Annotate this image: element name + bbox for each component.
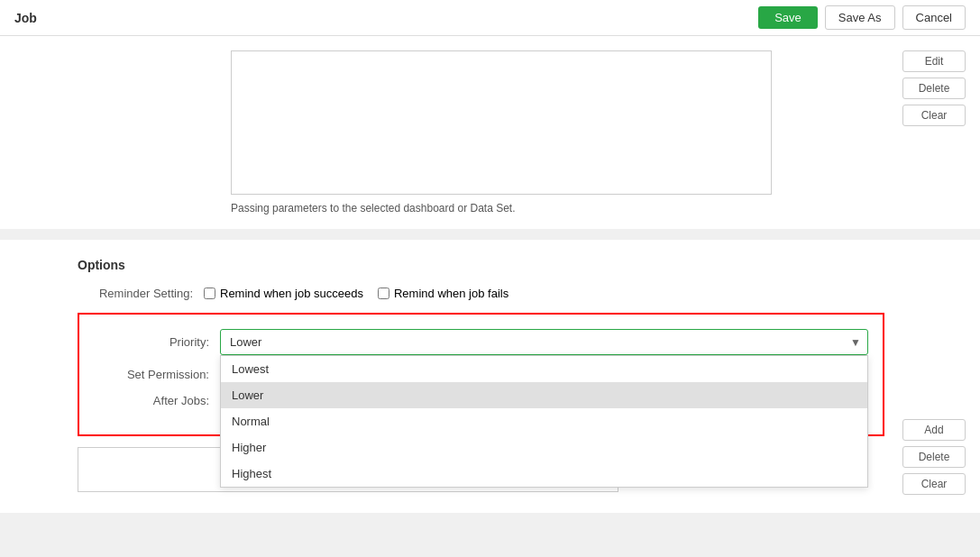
save-as-button[interactable]: Save As bbox=[825, 5, 895, 30]
top-right-buttons: Edit Delete Clear bbox=[884, 50, 966, 215]
text-editor-box[interactable] bbox=[231, 50, 772, 195]
helper-text: Passing parameters to the selected dashb… bbox=[231, 202, 884, 215]
remind-fails-checkbox[interactable] bbox=[378, 288, 389, 299]
after-jobs-label: After Jobs: bbox=[94, 394, 220, 407]
dropdown-list: Lowest Lower Normal Higher Highest bbox=[220, 355, 868, 488]
remind-fails-item: Remind when job fails bbox=[378, 287, 508, 300]
dropdown-item-lowest[interactable]: Lowest bbox=[221, 356, 867, 382]
content-area: Passing parameters to the selected dashb… bbox=[14, 50, 884, 215]
edit-button[interactable]: Edit bbox=[902, 50, 966, 72]
remind-succeeds-item: Remind when job succeeds bbox=[204, 287, 363, 300]
options-section: Options Reminder Setting: Remind when jo… bbox=[0, 240, 980, 513]
reminder-row: Reminder Setting: Remind when job succee… bbox=[14, 287, 966, 300]
dropdown-item-normal[interactable]: Normal bbox=[221, 408, 867, 434]
top-section: Passing parameters to the selected dashb… bbox=[0, 36, 980, 229]
clear-button-bottom[interactable]: Clear bbox=[902, 473, 966, 495]
clear-button-top[interactable]: Clear bbox=[902, 105, 966, 126]
divider bbox=[0, 229, 980, 240]
options-title: Options bbox=[14, 258, 966, 272]
remind-succeeds-label: Remind when job succeeds bbox=[220, 287, 363, 300]
set-permission-label: Set Permission: bbox=[94, 368, 220, 381]
reminder-label: Reminder Setting: bbox=[78, 287, 204, 300]
priority-select-wrapper: Lowest Lower Normal Higher Highest ▼ Low… bbox=[220, 329, 868, 355]
options-right-buttons: Add Delete Clear bbox=[902, 419, 966, 495]
priority-dropdown-container: Priority: Lowest Lower Normal Higher Hig… bbox=[78, 313, 884, 436]
delete-button[interactable]: Delete bbox=[902, 78, 966, 99]
dropdown-item-lower[interactable]: Lower bbox=[221, 382, 867, 408]
priority-select[interactable]: Lowest Lower Normal Higher Highest bbox=[220, 329, 868, 355]
save-button[interactable]: Save bbox=[758, 6, 818, 29]
main-content: Passing parameters to the selected dashb… bbox=[0, 36, 980, 557]
cancel-button[interactable]: Cancel bbox=[902, 5, 966, 30]
header-actions: Save Save As Cancel bbox=[758, 5, 966, 30]
add-button[interactable]: Add bbox=[902, 419, 966, 441]
priority-row: Priority: Lowest Lower Normal Higher Hig… bbox=[94, 329, 868, 355]
priority-label: Priority: bbox=[94, 335, 220, 349]
dropdown-item-highest[interactable]: Highest bbox=[221, 461, 867, 487]
header: Job Save Save As Cancel bbox=[0, 0, 980, 36]
options-delete-button[interactable]: Delete bbox=[902, 446, 966, 468]
reminder-group: Remind when job succeeds Remind when job… bbox=[204, 287, 508, 300]
dropdown-item-higher[interactable]: Higher bbox=[221, 434, 867, 461]
remind-succeeds-checkbox[interactable] bbox=[204, 288, 215, 299]
page-title: Job bbox=[14, 11, 37, 25]
remind-fails-label: Remind when job fails bbox=[394, 287, 508, 300]
